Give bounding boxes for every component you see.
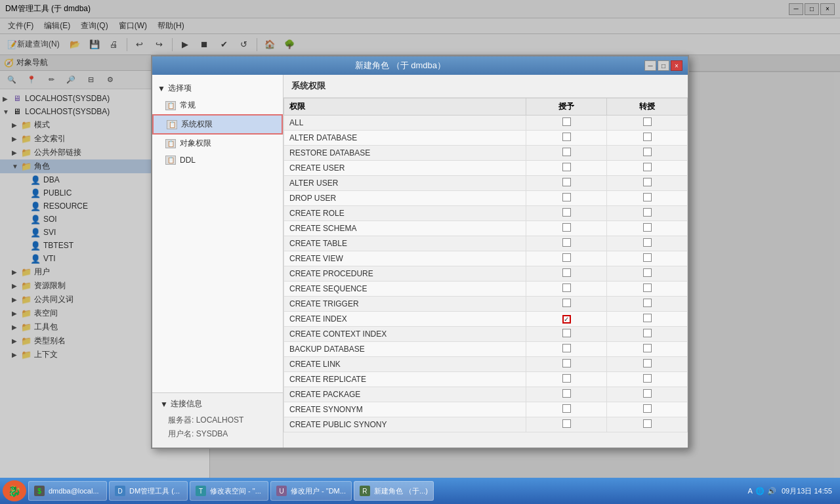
- perm-grant-cell[interactable]: [526, 297, 607, 312]
- delegate-checkbox[interactable]: [643, 223, 652, 232]
- perm-grant-cell[interactable]: [526, 161, 607, 176]
- taskbar-item-0[interactable]: $ dmdba@local...: [28, 481, 107, 501]
- perm-delegate-cell[interactable]: [607, 312, 688, 327]
- option-general[interactable]: 📋 常规: [152, 96, 283, 114]
- delegate-checkbox[interactable]: [643, 299, 652, 307]
- perm-delegate-cell[interactable]: [607, 131, 688, 146]
- perm-delegate-cell[interactable]: [607, 116, 688, 131]
- perm-delegate-cell[interactable]: [607, 297, 688, 312]
- perm-delegate-cell[interactable]: [607, 417, 688, 432]
- perm-delegate-cell[interactable]: [607, 402, 688, 417]
- perm-grant-cell[interactable]: [526, 251, 607, 266]
- perm-delegate-cell[interactable]: [607, 266, 688, 282]
- perm-delegate-cell[interactable]: [607, 176, 688, 191]
- perm-delegate-cell[interactable]: [607, 191, 688, 206]
- modal-minimize-btn[interactable]: ─: [644, 60, 656, 71]
- grant-checkbox[interactable]: [562, 208, 571, 217]
- grant-checkbox[interactable]: [562, 268, 571, 277]
- grant-checkbox[interactable]: [562, 344, 571, 352]
- taskbar-item-1[interactable]: D DM管理工具 (...: [109, 481, 188, 501]
- perm-delegate-cell[interactable]: [607, 251, 688, 266]
- modal-close-btn[interactable]: ×: [671, 60, 682, 71]
- perm-name-cell: CREATE LINK: [284, 357, 526, 372]
- grant-checkbox[interactable]: [562, 374, 571, 383]
- perm-delegate-cell[interactable]: [607, 221, 688, 236]
- grant-checkbox[interactable]: [562, 299, 571, 307]
- delegate-checkbox[interactable]: [643, 329, 652, 337]
- grant-checkbox[interactable]: [562, 359, 571, 368]
- delegate-checkbox[interactable]: [643, 193, 652, 201]
- delegate-checkbox[interactable]: [643, 133, 652, 141]
- taskbar-item-3[interactable]: U 修改用户 - "DM...: [270, 481, 352, 501]
- delegate-checkbox[interactable]: [643, 117, 652, 126]
- perm-delegate-cell[interactable]: [607, 206, 688, 221]
- perm-grant-cell[interactable]: [526, 402, 607, 417]
- grant-checkbox[interactable]: [562, 163, 571, 171]
- delegate-checkbox[interactable]: [643, 314, 652, 322]
- perm-delegate-cell[interactable]: [607, 161, 688, 176]
- perm-grant-cell[interactable]: ✓: [526, 312, 607, 327]
- taskbar-item-2[interactable]: T 修改表空间 - "...: [190, 481, 268, 501]
- delegate-checkbox[interactable]: [643, 253, 652, 262]
- perm-grant-cell[interactable]: [526, 236, 607, 251]
- perm-grant-cell[interactable]: [526, 266, 607, 282]
- grant-checkbox[interactable]: [562, 117, 571, 126]
- delegate-checkbox[interactable]: [643, 404, 652, 413]
- perm-delegate-cell[interactable]: [607, 282, 688, 297]
- perm-grant-cell[interactable]: [526, 342, 607, 357]
- delegate-checkbox[interactable]: [643, 419, 652, 428]
- grant-checkbox[interactable]: [562, 223, 571, 232]
- perm-grant-cell[interactable]: [526, 327, 607, 342]
- perm-grant-cell[interactable]: [526, 282, 607, 297]
- perm-grant-cell[interactable]: [526, 372, 607, 387]
- clock: 09月13日 14:55: [782, 486, 832, 496]
- grant-checkbox[interactable]: [562, 284, 571, 292]
- perm-delegate-cell[interactable]: [607, 236, 688, 251]
- grant-checkbox[interactable]: [562, 404, 571, 413]
- grant-checkbox[interactable]: [562, 148, 571, 156]
- grant-checkbox[interactable]: [562, 253, 571, 262]
- grant-checkbox[interactable]: [562, 133, 571, 141]
- modal-maximize-btn[interactable]: □: [658, 60, 669, 71]
- perm-grant-cell[interactable]: [526, 146, 607, 161]
- delegate-checkbox[interactable]: [643, 178, 652, 186]
- delegate-checkbox[interactable]: [643, 374, 652, 383]
- grant-checkbox[interactable]: [562, 419, 571, 428]
- perm-delegate-cell[interactable]: [607, 372, 688, 387]
- perm-delegate-cell[interactable]: [607, 146, 688, 161]
- perm-grant-cell[interactable]: [526, 357, 607, 372]
- grant-checkbox[interactable]: [562, 178, 571, 186]
- grant-checkbox[interactable]: [562, 329, 571, 337]
- delegate-checkbox[interactable]: [643, 268, 652, 277]
- grant-checkbox[interactable]: [562, 238, 571, 247]
- start-btn[interactable]: 🐉: [3, 480, 26, 501]
- delegate-checkbox[interactable]: [643, 359, 652, 368]
- delegate-checkbox[interactable]: [643, 238, 652, 247]
- option-ddl[interactable]: 📋 DDL: [152, 152, 283, 168]
- option-sys-perm[interactable]: 📋 系统权限: [152, 114, 283, 135]
- perm-grant-cell[interactable]: [526, 191, 607, 206]
- grant-checkbox[interactable]: [562, 193, 571, 201]
- perm-grant-cell[interactable]: [526, 387, 607, 402]
- perm-grant-cell[interactable]: [526, 206, 607, 221]
- perm-delegate-cell[interactable]: [607, 342, 688, 357]
- perm-delegate-cell[interactable]: [607, 387, 688, 402]
- perm-grant-cell[interactable]: [526, 221, 607, 236]
- delegate-checkbox[interactable]: [643, 389, 652, 398]
- perm-delegate-cell[interactable]: [607, 327, 688, 342]
- perm-delegate-cell[interactable]: [607, 357, 688, 372]
- perm-grant-cell[interactable]: [526, 176, 607, 191]
- grant-checkbox[interactable]: [562, 389, 571, 398]
- option-obj-perm[interactable]: 📋 对象权限: [152, 135, 283, 152]
- grant-checkbox[interactable]: ✓: [562, 315, 571, 324]
- col-grant: 授予: [526, 98, 607, 116]
- perm-grant-cell[interactable]: [526, 131, 607, 146]
- perm-grant-cell[interactable]: [526, 116, 607, 131]
- taskbar-item-4[interactable]: R 新建角色 （于...): [354, 481, 434, 501]
- delegate-checkbox[interactable]: [643, 284, 652, 292]
- delegate-checkbox[interactable]: [643, 208, 652, 217]
- delegate-checkbox[interactable]: [643, 344, 652, 352]
- delegate-checkbox[interactable]: [643, 148, 652, 156]
- delegate-checkbox[interactable]: [643, 163, 652, 171]
- perm-grant-cell[interactable]: [526, 417, 607, 432]
